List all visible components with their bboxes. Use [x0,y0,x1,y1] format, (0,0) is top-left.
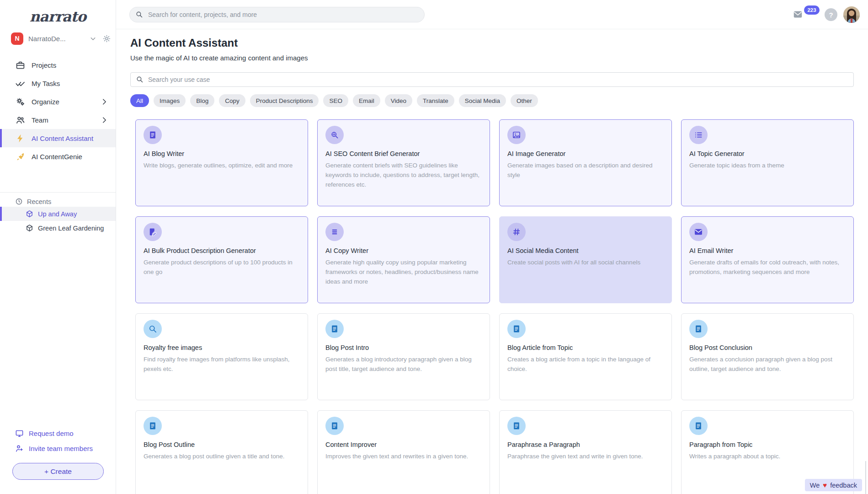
briefcase-icon [16,60,25,70]
usecase-card-blog-post-conclusion[interactable]: Blog Post ConclusionGenerates a conclusi… [681,313,854,400]
filter-chip-blog[interactable]: Blog [190,94,214,107]
sidebar-item-ai-contentgenie[interactable]: AI ContentGenie [0,147,116,166]
card-title: Paragraph from Topic [689,441,846,448]
brand-logo: narrato [0,8,116,25]
footer-link-label: Request demo [29,430,74,437]
help-button[interactable]: ? [825,8,837,21]
usecase-card-ai-topic-generator[interactable]: AI Topic GeneratorGenerate topic ideas f… [681,119,854,206]
card-description: Writes a paragraph about a topic. [689,452,846,462]
usecase-card-ai-email-writer[interactable]: AI Email WriterGenerate drafts of emails… [681,216,854,303]
filter-chip-images[interactable]: Images [154,94,186,107]
settings-gear-icon[interactable] [102,34,111,43]
document-edit-icon [148,227,157,236]
filter-chip-copy[interactable]: Copy [219,94,245,107]
workspace-avatar: N [11,32,23,45]
usecase-card-ai-social-media-content[interactable]: AI Social Media ContentCreate social pos… [499,216,672,303]
document-icon [694,324,703,333]
card-title: AI Image Generator [507,150,664,157]
card-title: AI Social Media Content [507,247,664,254]
card-icon-circle [507,126,526,144]
sidebar-footer: Request demoInvite team members [0,426,116,455]
usecase-card-blog-post-outline[interactable]: Blog Post OutlineGenerates a blog post o… [135,410,308,494]
main-content: AI Content Assistant Use the magic of AI… [116,30,868,494]
search-gear-icon [330,130,339,140]
workspace-selector[interactable]: N NarratoDe... [11,31,111,46]
filter-chip-product-descriptions[interactable]: Product Descriptions [250,94,319,107]
recent-item-label: Up and Away [38,210,77,218]
card-title: Blog Article from Topic [507,344,664,351]
sidebar-item-label: Projects [32,61,56,69]
sidebar-item-team[interactable]: Team [0,111,116,129]
usecase-card-paraphrase-a-paragraph[interactable]: Paraphrase a ParagraphParaphrase the giv… [499,410,672,494]
usecase-card-content-improver[interactable]: Content ImproverImproves the given text … [317,410,490,494]
heart-icon: ♥ [823,481,827,489]
scrollbar-thumb[interactable] [865,461,866,494]
double-check-icon [16,79,25,88]
usecase-card-ai-blog-writer[interactable]: AI Blog WriterWrite blogs, generate outl… [135,119,308,206]
recents-list: Up and AwayGreen Leaf Gardening [0,207,116,235]
global-search-input[interactable] [129,7,425,22]
sidebar-item-organize[interactable]: Organize [0,92,116,111]
sidebar-item-projects[interactable]: Projects [0,56,116,74]
card-description: Creates a blog article from a topic in t… [507,355,664,374]
filter-chip-social-media[interactable]: Social Media [459,94,506,107]
user-plus-icon [15,444,24,453]
usecase-search-input[interactable] [130,72,854,87]
card-title: Paraphrase a Paragraph [507,441,664,448]
card-icon-circle [144,417,162,435]
card-description: Generates a blog introductory paragraph … [325,355,482,374]
card-icon-circle [325,320,344,338]
chevron-down-icon[interactable] [89,35,97,43]
filter-chip-translate[interactable]: Translate [417,94,454,107]
mail-icon[interactable] [792,10,804,19]
usecase-card-ai-seo-content-brief-generator[interactable]: AI SEO Content Brief GeneratorGenerate c… [317,119,490,206]
card-icon-circle [325,223,344,241]
mail-count-badge: 223 [804,5,820,15]
feedback-text-after: feedback [830,482,857,489]
card-description: Generate product descriptions of up to 1… [144,258,300,277]
usecase-card-ai-image-generator[interactable]: AI Image GeneratorGenerate images based … [499,119,672,206]
global-search [129,7,425,22]
document-icon [148,130,157,140]
filter-chips: AllImagesBlogCopyProduct DescriptionsSEO… [130,94,854,107]
sidebar-item-label: Organize [32,98,59,106]
page-title: AI Content Assistant [130,37,854,49]
search-icon [136,75,144,83]
filter-chip-video[interactable]: Video [385,94,412,107]
sidebar-item-my-tasks[interactable]: My Tasks [0,74,116,92]
usecase-card-ai-bulk-product-description-generator[interactable]: AI Bulk Product Description GeneratorGen… [135,216,308,303]
filter-chip-other[interactable]: Other [511,94,538,107]
sidebar-item-ai-content-assistant[interactable]: AI Content Assistant [0,129,116,147]
filter-chip-all[interactable]: All [130,94,149,107]
usecase-card-royalty-free-images[interactable]: Royalty free imagesFind royalty free ima… [135,313,308,400]
card-description: Generates a blog post outline given a ti… [144,452,300,462]
card-description: Generate images based on a description a… [507,161,664,180]
recent-item-green-leaf-gardening[interactable]: Green Leaf Gardening [0,221,116,235]
clock-icon [15,198,23,205]
recent-item-up-and-away[interactable]: Up and Away [0,207,116,221]
card-title: Royalty free images [144,344,300,351]
search-icon [148,324,157,333]
feedback-button[interactable]: We ♥ feedback [805,479,862,491]
search-icon [135,11,143,18]
card-description: Generates a conclusion paragraph given a… [689,355,846,374]
card-icon-circle [144,126,162,144]
usecase-card-blog-post-intro[interactable]: Blog Post IntroGenerates a blog introduc… [317,313,490,400]
create-button[interactable]: + Create [12,463,104,480]
card-title: AI Bulk Product Description Generator [144,247,300,254]
card-icon-circle [325,126,344,144]
card-description: Generate high quality copy using popular… [325,258,482,287]
filter-chip-seo[interactable]: SEO [323,94,348,107]
request-demo-link[interactable]: Request demo [0,426,116,440]
card-title: AI Blog Writer [144,150,300,157]
usecase-card-blog-article-from-topic[interactable]: Blog Article from TopicCreates a blog ar… [499,313,672,400]
user-avatar[interactable] [843,6,860,23]
card-description: Create social posts with AI for all soci… [507,258,664,268]
filter-chip-email[interactable]: Email [353,94,380,107]
card-icon-circle [689,417,708,435]
recents-header: Recents [15,198,51,205]
lightning-icon [16,134,25,143]
usecase-card-ai-copy-writer[interactable]: AI Copy WriterGenerate high quality copy… [317,216,490,303]
invite-team-members-link[interactable]: Invite team members [0,441,116,455]
card-icon-circle [507,320,526,338]
